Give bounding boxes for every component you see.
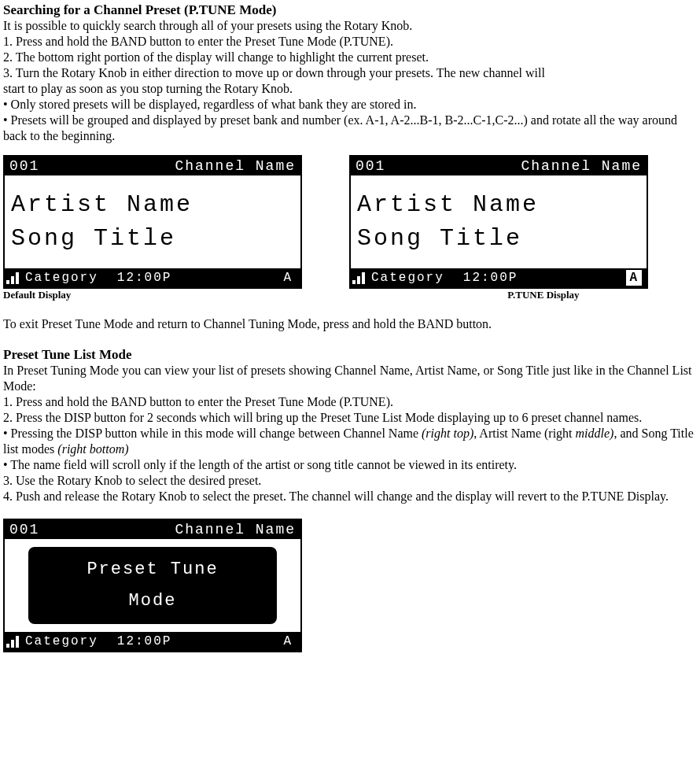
lcd-time: 12:00P <box>117 633 172 649</box>
lcd-channel-name: Channel Name <box>175 521 296 539</box>
text-step-1-3a: 3. Turn the Rotary Knob in either direct… <box>3 65 697 81</box>
text: • Pressing the DISP button while in this… <box>3 427 422 440</box>
text-exit: To exit Preset Tune Mode and return to C… <box>3 316 697 332</box>
lcd-category: Category <box>25 270 98 286</box>
heading-ptune-mode: Searching for a Channel Preset (P.TUNE M… <box>3 2 697 18</box>
lcd-category: Category <box>371 270 444 286</box>
signal-icon <box>6 271 19 284</box>
text-italic: (right top) <box>422 427 473 440</box>
text-intro-2: In Preset Tuning Mode you can view your … <box>3 363 697 394</box>
lcd-artist-name: Artist Name <box>11 190 294 220</box>
text-italic: (right bottom) <box>57 442 128 456</box>
lcd-channel-name: Channel Name <box>175 157 296 175</box>
lcd-time: 12:00P <box>463 270 518 286</box>
lcd-ptune-display: 001 Channel Name Artist Name Song Title … <box>349 155 648 289</box>
lcd-mid: Preset Tune Mode <box>5 539 300 632</box>
text-step-2-4: 4. Push and release the Rotary Knob to s… <box>3 489 697 504</box>
lcd-time: 12:00P <box>117 270 172 286</box>
lcd-top-bar: 001 Channel Name <box>5 520 300 539</box>
text-bullet-1-2: • Presets will be grouped and displayed … <box>3 113 697 144</box>
lcd-mode-display: 001 Channel Name Preset Tune Mode Catego… <box>3 519 302 652</box>
lcd-preset-slot: A <box>280 633 296 649</box>
lcd-mode-overlay: Preset Tune Mode <box>28 547 277 624</box>
lcd-preset-slot: A <box>280 270 296 286</box>
text-bullet-1-1: • Only stored presets will be displayed,… <box>3 97 697 113</box>
text-step-2-2: 2. Press the DISP button for 2 seconds w… <box>3 410 697 426</box>
lcd-top-bar: 001 Channel Name <box>351 157 647 175</box>
lcd-channel-name: Channel Name <box>521 157 642 175</box>
text-bullet-2-1: • Pressing the DISP button while in this… <box>3 426 697 457</box>
lcd-default-display: 001 Channel Name Artist Name Song Title … <box>3 155 302 289</box>
caption-row: Default Display P.TUNE Display <box>3 289 697 301</box>
text-italic: middle) <box>576 427 614 440</box>
lcd-channel-number: 001 <box>356 157 385 175</box>
lcd-song-title: Song Title <box>11 224 294 254</box>
text-step-1-3b: start to play as soon as you stop turnin… <box>3 81 697 97</box>
text-intro-1: It is possible to quickly search through… <box>3 18 697 34</box>
lcd-channel-number: 001 <box>9 157 39 175</box>
text-bullet-2-2: • The name field will scroll only if the… <box>3 457 697 473</box>
lcd-preset-slot-highlighted: A <box>626 270 642 286</box>
figures-row: 001 Channel Name Artist Name Song Title … <box>3 155 697 289</box>
lcd-bottom-bar: Category 12:00P A <box>5 632 300 651</box>
signal-icon <box>352 271 365 284</box>
lcd-song-title: Song Title <box>357 224 640 254</box>
lcd-channel-number: 001 <box>9 521 39 539</box>
text-step-1-1: 1. Press and hold the BAND button to ent… <box>3 34 697 50</box>
signal-icon <box>6 635 19 648</box>
lcd-artist-name: Artist Name <box>357 190 640 220</box>
text-step-1-2: 2. The bottom right portion of the displ… <box>3 50 697 65</box>
lcd-bottom-bar: Category 12:00P A <box>351 268 647 287</box>
caption-ptune: P.TUNE Display <box>507 289 579 301</box>
lcd-category: Category <box>25 633 98 649</box>
lcd-overlay-line2: Mode <box>129 590 177 612</box>
text: , Artist Name (right <box>473 427 575 440</box>
caption-default: Default Display <box>3 289 71 301</box>
text-step-2-3: 3. Use the Rotary Knob to select the des… <box>3 473 697 489</box>
lcd-mid: Artist Name Song Title <box>5 175 300 268</box>
lcd-top-bar: 001 Channel Name <box>5 157 300 175</box>
lcd-mid: Artist Name Song Title <box>351 175 647 268</box>
lcd-bottom-bar: Category 12:00P A <box>5 268 300 287</box>
heading-list-mode: Preset Tune List Mode <box>3 346 697 363</box>
lcd-overlay-line1: Preset Tune <box>87 559 218 581</box>
text-step-2-1: 1. Press and hold the BAND button to ent… <box>3 394 697 410</box>
